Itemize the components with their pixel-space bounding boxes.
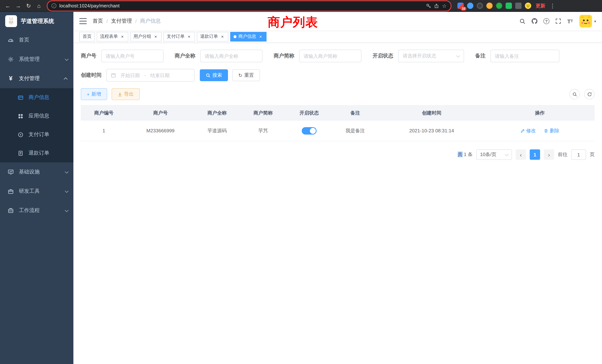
sidebar-item-home[interactable]: 首页 <box>0 30 73 50</box>
browser-menu-icon[interactable]: ⋮ <box>550 2 555 9</box>
reset-button[interactable]: ↻ 重置 <box>232 69 260 81</box>
export-button[interactable]: 导出 <box>111 88 140 100</box>
extension-icon-blue-drop[interactable] <box>467 3 473 9</box>
total-text: 共 1 条 <box>458 151 473 158</box>
sidebar-item-workflow[interactable]: 工作流程 <box>0 201 73 220</box>
extension-icon-green-square[interactable] <box>506 3 512 9</box>
tab-home[interactable]: 首页 <box>79 32 95 41</box>
next-page-button[interactable]: › <box>544 149 554 160</box>
close-icon[interactable]: × <box>153 34 158 39</box>
dashboard-icon <box>7 37 14 43</box>
breadcrumb-separator: / <box>135 18 137 24</box>
search-icon[interactable] <box>517 16 528 27</box>
add-button[interactable]: + 新增 <box>81 88 107 100</box>
calendar-icon <box>111 73 116 78</box>
chevron-down-icon: ▾ <box>594 19 596 23</box>
prev-page-button[interactable]: ‹ <box>516 149 526 160</box>
tab-refund-order[interactable]: 退款订单 × <box>197 32 228 41</box>
help-icon[interactable]: ? <box>541 16 552 27</box>
close-icon[interactable]: × <box>258 34 263 39</box>
chevron-down-icon <box>65 208 69 212</box>
sidebar-item-label: 支付管理 <box>19 75 60 82</box>
extension-icon-colorful[interactable]: 10 <box>457 3 464 9</box>
password-key-icon[interactable] <box>426 3 431 8</box>
forward-icon[interactable]: → <box>13 1 23 11</box>
sidebar-item-pay-order[interactable]: 支付订单 <box>0 125 73 144</box>
sidebar-item-label: 退款订单 <box>29 150 67 156</box>
page-1-button[interactable]: 1 <box>530 149 540 160</box>
edit-icon <box>520 128 525 133</box>
logo[interactable]: 芋道管理系统 <box>0 12 73 30</box>
full-name-input[interactable] <box>205 53 258 59</box>
user-avatar-menu[interactable]: ▾ <box>579 15 596 27</box>
merchant-no-input[interactable] <box>106 53 159 59</box>
url-bar[interactable]: i localhost:1024/pay/merchant ☆ <box>48 1 450 10</box>
sidebar-item-refund-order[interactable]: 退款订单 <box>0 144 73 162</box>
sidebar-item-devtools[interactable]: 研发工具 <box>0 182 73 201</box>
col-short-name: 商户简称 <box>240 106 286 120</box>
github-icon[interactable] <box>529 16 540 27</box>
page-size-value: 10条/页 <box>480 151 496 158</box>
sidebar-item-label: 工作流程 <box>19 207 60 214</box>
app-title: 芋道管理系统 <box>21 18 54 25</box>
reload-icon[interactable]: ↻ <box>24 1 33 11</box>
active-dot-icon <box>234 35 236 38</box>
sidebar: 芋道管理系统 首页 系统管理 ¥ <box>0 12 73 364</box>
close-icon[interactable]: × <box>220 34 225 39</box>
cell-merchant-no: M233666999 <box>127 120 194 141</box>
emoji-face-icon[interactable] <box>525 3 531 9</box>
edit-link[interactable]: 修改 <box>520 127 536 134</box>
merchant-table: 商户编号 商户号 商户全称 商户简称 开启状态 备注 创建时间 操作 1 <box>81 105 595 141</box>
short-name-input[interactable] <box>304 53 357 59</box>
remark-input[interactable] <box>495 53 555 59</box>
pin-icon[interactable] <box>515 3 522 9</box>
avatar <box>579 15 592 27</box>
search-button[interactable]: 搜索 <box>200 69 228 81</box>
goto-page-input[interactable] <box>572 152 586 157</box>
tab-pay-order[interactable]: 支付订单 × <box>163 32 195 41</box>
start-date-input[interactable] <box>118 73 142 78</box>
tab-process-form[interactable]: 流程表单 × <box>97 32 128 41</box>
bookmark-star-icon[interactable]: ☆ <box>442 3 447 9</box>
full-name-label: 商户全称 <box>175 53 195 59</box>
col-status: 开启状态 <box>286 106 332 120</box>
site-info-icon[interactable]: i <box>52 3 56 8</box>
extension-icon-green-circle[interactable] <box>496 3 502 9</box>
sidebar-item-system[interactable]: 系统管理 <box>0 50 73 69</box>
chevron-down-icon <box>456 54 460 57</box>
breadcrumb-home[interactable]: 首页 <box>93 18 103 24</box>
page-size-select[interactable]: 10条/页 <box>476 149 512 160</box>
remark-label: 备注 <box>475 53 486 59</box>
sidebar-item-infra[interactable]: 基础设施 <box>0 162 73 182</box>
goto-label: 前往 <box>558 151 568 158</box>
sidebar-toggle-icon[interactable] <box>79 18 87 24</box>
tab-user-group[interactable]: 用户分组 × <box>130 32 162 41</box>
tab-merchant-info[interactable]: 商户信息 × <box>230 32 267 41</box>
extension-icon-avatar[interactable] <box>486 3 493 9</box>
page-unit-label: 页 <box>590 151 595 158</box>
breadcrumb-payment[interactable]: 支付管理 <box>111 18 132 24</box>
font-size-icon[interactable]: TT <box>565 16 576 27</box>
sidebar-item-merchant-info[interactable]: 商户信息 <box>0 88 73 107</box>
browser-update-button[interactable]: 更新 <box>536 2 545 9</box>
close-icon[interactable]: × <box>186 34 192 39</box>
extension-icon-dark[interactable] <box>477 3 483 9</box>
browser-toolbar: ← → ↻ ⌂ i localhost:1024/pay/merchant <box>0 0 602 12</box>
refresh-table-button[interactable] <box>584 89 595 99</box>
close-icon[interactable]: × <box>120 34 125 39</box>
col-remark: 备注 <box>332 106 378 120</box>
toggle-search-button[interactable] <box>569 89 580 99</box>
delete-link[interactable]: 删除 <box>544 127 559 134</box>
back-icon[interactable]: ← <box>3 1 13 11</box>
share-icon[interactable] <box>434 3 439 8</box>
fullscreen-icon[interactable] <box>553 16 564 27</box>
sidebar-item-app-info[interactable]: 应用信息 <box>0 107 73 125</box>
status-toggle[interactable] <box>302 127 317 134</box>
status-select[interactable]: 请选择开启状态 <box>398 50 464 62</box>
date-range-picker[interactable]: - <box>106 69 195 82</box>
end-date-input[interactable] <box>148 73 172 78</box>
sidebar-item-label: 支付订单 <box>29 131 67 138</box>
monitor-chart-icon <box>7 169 14 175</box>
home-icon[interactable]: ⌂ <box>34 1 44 11</box>
sidebar-item-payment[interactable]: ¥ 支付管理 <box>0 69 73 88</box>
